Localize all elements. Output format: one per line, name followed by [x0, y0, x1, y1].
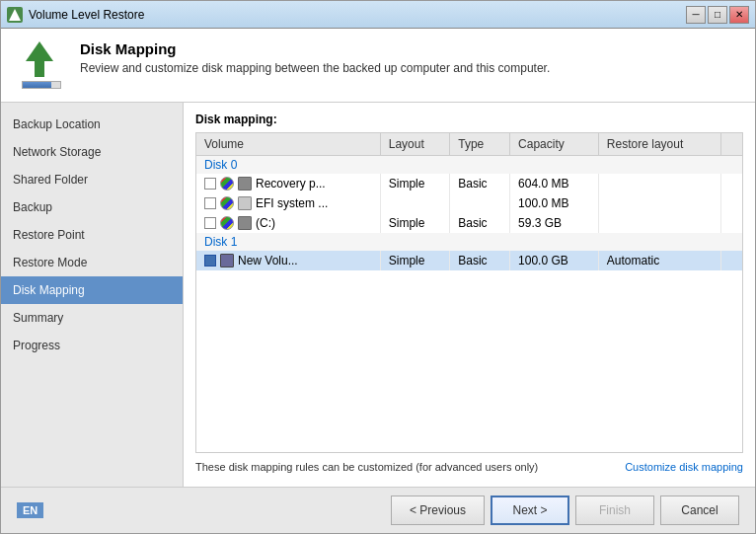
finish-button[interactable]: Finish	[575, 496, 654, 525]
disk1-header: Disk 1	[196, 233, 742, 251]
extra-cell	[720, 251, 742, 270]
window-icon	[7, 7, 23, 23]
sidebar-item-restore-point[interactable]: Restore Point	[1, 221, 183, 249]
disk-icon	[238, 216, 252, 230]
col-volume: Volume	[196, 133, 380, 156]
header-description: Review and customize disk mapping betwee…	[80, 61, 739, 75]
sidebar-item-summary[interactable]: Summary	[1, 304, 183, 332]
volume-name: (C:)	[256, 216, 275, 230]
volume-name: EFI system ...	[256, 196, 328, 210]
footer: EN < Previous Next > Finish Cancel	[1, 487, 755, 533]
close-button[interactable]: ✕	[729, 6, 749, 24]
sidebar-item-restore-mode[interactable]: Restore Mode	[1, 249, 183, 276]
cancel-button[interactable]: Cancel	[660, 496, 739, 525]
capacity-cell: 100.0 MB	[510, 193, 599, 213]
capacity-cell: 604.0 MB	[510, 174, 599, 193]
main-content: Disk mapping: Volume Layout Type Capacit…	[184, 103, 755, 487]
header: Disk Mapping Review and customize disk m…	[1, 29, 755, 103]
disk1-label: Disk 1	[196, 233, 742, 251]
disk-icon	[238, 177, 252, 191]
disk0-label: Disk 0	[196, 156, 742, 175]
vol-cell: Recovery p...	[196, 174, 380, 193]
row-checkbox[interactable]	[204, 197, 216, 209]
volume-cell: New Volu...	[204, 254, 372, 267]
content-area: Backup Location Network Storage Shared F…	[1, 103, 755, 487]
vol-cell: New Volu...	[196, 251, 380, 270]
next-button[interactable]: Next >	[491, 496, 569, 525]
volume-cell: Recovery p...	[204, 177, 372, 191]
type-cell	[450, 193, 510, 213]
extra-cell	[720, 174, 742, 193]
table-row[interactable]: New Volu... Simple Basic 100.0 GB Automa…	[196, 251, 742, 270]
restore-layout-cell: Automatic	[598, 251, 720, 270]
os-icon	[220, 216, 234, 230]
arrow-up-icon	[22, 41, 57, 77]
volume-name: Recovery p...	[256, 177, 326, 191]
volume-cell: EFI system ...	[204, 196, 372, 210]
efi-icon	[238, 196, 252, 210]
volume-name: New Volu...	[238, 254, 298, 267]
main-window: Volume Level Restore ─ □ ✕ Disk Mapping …	[0, 0, 756, 534]
maximize-button[interactable]: □	[708, 6, 727, 24]
window-title: Volume Level Restore	[29, 8, 144, 22]
vol-cell: (C:)	[196, 213, 380, 233]
language-badge: EN	[17, 502, 43, 518]
col-restore-layout: Restore layout	[598, 133, 720, 156]
os-icon	[220, 196, 234, 210]
bottom-note-text: These disk mapping rules can be customiz…	[195, 461, 538, 473]
sidebar-item-disk-mapping[interactable]: Disk Mapping	[1, 276, 183, 304]
layout-cell	[380, 193, 449, 213]
disk0-header: Disk 0	[196, 156, 742, 175]
sidebar-item-progress[interactable]: Progress	[1, 332, 183, 359]
minimize-button[interactable]: ─	[686, 6, 706, 24]
new-vol-icon	[220, 254, 234, 267]
header-text: Disk Mapping Review and customize disk m…	[80, 40, 739, 75]
bottom-note-area: These disk mapping rules can be customiz…	[195, 453, 743, 477]
header-icon-area	[17, 40, 66, 90]
col-extra	[720, 133, 742, 156]
header-title: Disk Mapping	[80, 40, 739, 57]
section-title: Disk mapping:	[195, 113, 743, 126]
sidebar-item-shared-folder[interactable]: Shared Folder	[1, 166, 183, 193]
type-cell: Basic	[450, 251, 510, 270]
col-layout: Layout	[380, 133, 449, 156]
title-bar: Volume Level Restore ─ □ ✕	[1, 1, 755, 29]
table-row[interactable]: EFI system ... 100.0 MB	[196, 193, 742, 213]
header-progress-fill	[23, 82, 51, 88]
previous-button[interactable]: < Previous	[391, 496, 485, 525]
type-cell: Basic	[450, 174, 510, 193]
extra-cell	[720, 213, 742, 233]
row-checkbox[interactable]	[204, 178, 216, 190]
sidebar-item-backup[interactable]: Backup	[1, 193, 183, 221]
disk-table[interactable]: Volume Layout Type Capacity Restore layo…	[195, 132, 743, 453]
customize-disk-mapping-link[interactable]: Customize disk mapping	[625, 461, 743, 473]
header-progress-bar	[22, 81, 61, 89]
type-cell: Basic	[450, 213, 510, 233]
footer-buttons: < Previous Next > Finish Cancel	[391, 496, 739, 525]
capacity-cell: 100.0 GB	[510, 251, 599, 270]
col-type: Type	[450, 133, 510, 156]
table-row[interactable]: Recovery p... Simple Basic 604.0 MB	[196, 174, 742, 193]
layout-cell: Simple	[380, 213, 449, 233]
title-bar-left: Volume Level Restore	[7, 7, 144, 23]
os-icon	[220, 177, 234, 191]
sidebar-item-network-storage[interactable]: Network Storage	[1, 138, 183, 166]
volume-cell: (C:)	[204, 216, 372, 230]
layout-cell: Simple	[380, 251, 449, 270]
col-capacity: Capacity	[510, 133, 599, 156]
sidebar: Backup Location Network Storage Shared F…	[1, 103, 184, 487]
vol-cell: EFI system ...	[196, 193, 380, 213]
extra-cell	[720, 193, 742, 213]
restore-layout-cell	[598, 193, 720, 213]
row-checkbox[interactable]	[204, 217, 216, 229]
restore-layout-cell	[598, 213, 720, 233]
title-buttons: ─ □ ✕	[686, 6, 749, 24]
restore-layout-cell	[598, 174, 720, 193]
sidebar-item-backup-location[interactable]: Backup Location	[1, 111, 183, 138]
table-row[interactable]: (C:) Simple Basic 59.3 GB	[196, 213, 742, 233]
capacity-cell: 59.3 GB	[510, 213, 599, 233]
row-checkbox[interactable]	[204, 255, 216, 267]
layout-cell: Simple	[380, 174, 449, 193]
table-header-row: Volume Layout Type Capacity Restore layo…	[196, 133, 742, 156]
